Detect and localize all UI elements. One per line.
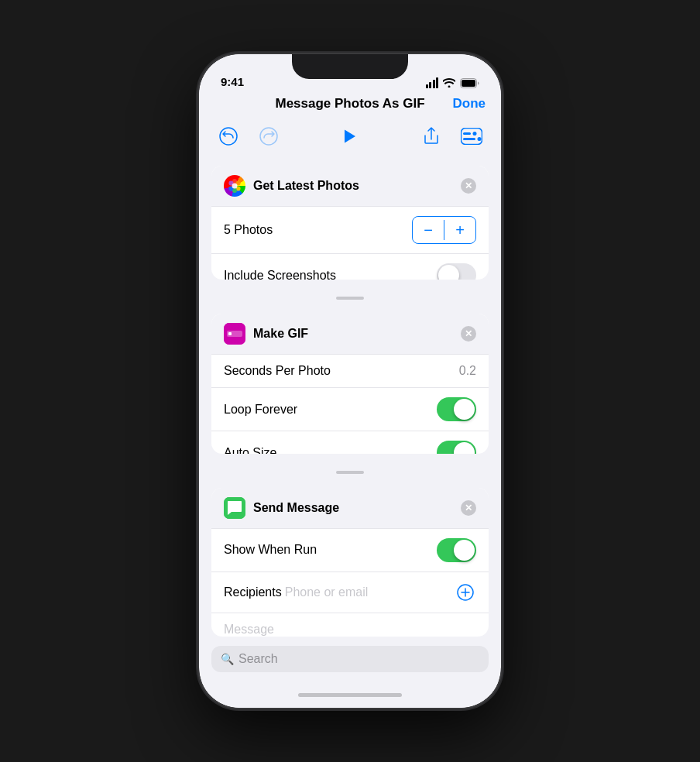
message-area[interactable]: Message (211, 613, 489, 637)
search-icon: 🔍 (221, 653, 234, 665)
send-message-close[interactable]: ✕ (461, 500, 476, 516)
send-message-header: Send Message ✕ (211, 488, 489, 528)
recipients-row[interactable]: Recipients Phone or email (211, 572, 489, 613)
section-handle-1 (211, 292, 489, 301)
svg-point-16 (232, 184, 238, 189)
stepper-minus[interactable]: − (413, 217, 444, 243)
show-when-run-toggle[interactable] (437, 538, 476, 562)
home-indicator (199, 681, 501, 708)
loop-forever-knob (454, 399, 475, 420)
auto-size-label: Auto Size (224, 446, 276, 454)
photos-stepper[interactable]: − + (412, 216, 476, 244)
auto-size-knob (454, 442, 475, 453)
search-bar[interactable]: 🔍 Search (211, 646, 489, 672)
photos-count-label: 5 Photos (224, 223, 273, 237)
make-gif-header: Make GIF ✕ (211, 314, 489, 354)
svg-rect-5 (463, 132, 471, 135)
loop-forever-row: Loop Forever (211, 387, 489, 431)
phone-frame: 9:41 (199, 54, 501, 708)
show-when-run-label: Show When Run (224, 543, 317, 557)
notch (292, 54, 408, 79)
nav-bar: Message Photos As GIF Done (199, 93, 501, 119)
get-latest-photos-header: Get Latest Photos ✕ (211, 166, 489, 206)
search-placeholder: Search (238, 652, 278, 666)
seconds-per-photo-row[interactable]: Seconds Per Photo 0.2 (211, 354, 489, 387)
svg-point-2 (220, 128, 237, 145)
loop-forever-label: Loop Forever (224, 403, 297, 417)
photos-count-row: 5 Photos − + (211, 206, 489, 253)
get-latest-photos-close[interactable]: ✕ (461, 178, 476, 194)
signal-icon (426, 77, 439, 88)
nav-title: Message Photos As GIF (253, 96, 447, 112)
run-button[interactable] (295, 129, 405, 144)
get-latest-photos-card: Get Latest Photos ✕ 5 Photos − + Include… (211, 166, 489, 280)
status-icons (426, 77, 480, 88)
wifi-icon (443, 78, 455, 88)
get-latest-photos-title: Get Latest Photos (253, 179, 453, 193)
undo-button[interactable] (214, 122, 242, 150)
auto-size-toggle[interactable] (437, 441, 476, 453)
make-gif-close[interactable]: ✕ (461, 326, 476, 342)
home-bar (298, 693, 402, 697)
svg-rect-1 (462, 80, 475, 87)
message-icon (224, 497, 245, 519)
settings-button[interactable] (458, 122, 486, 150)
send-message-title: Send Message (253, 501, 453, 515)
include-screenshots-row: Include Screenshots (211, 253, 489, 280)
redo-button[interactable] (255, 122, 283, 150)
toolbar (199, 119, 501, 160)
show-when-run-knob (454, 540, 475, 561)
main-content: Get Latest Photos ✕ 5 Photos − + Include… (199, 160, 501, 643)
svg-rect-4 (462, 129, 482, 145)
recipients-label: Recipients (224, 585, 282, 599)
seconds-per-photo-value: 0.2 (459, 364, 476, 378)
toggle-knob (438, 265, 459, 280)
section-handle-2 (211, 466, 489, 475)
svg-point-3 (260, 128, 277, 145)
svg-rect-19 (228, 332, 232, 335)
include-screenshots-label: Include Screenshots (224, 269, 336, 280)
stepper-plus[interactable]: + (444, 217, 475, 243)
message-placeholder: Message (224, 623, 274, 636)
svg-point-7 (473, 132, 477, 136)
status-time: 9:41 (221, 75, 244, 88)
add-recipient-button[interactable] (455, 582, 476, 603)
loop-forever-toggle[interactable] (437, 397, 476, 421)
battery-icon (460, 78, 479, 88)
svg-point-8 (478, 137, 482, 141)
phone-screen: 9:41 (199, 54, 501, 708)
auto-size-row: Auto Size (211, 431, 489, 453)
done-button[interactable]: Done (447, 96, 486, 112)
recipients-input[interactable]: Phone or email (285, 585, 455, 599)
photos-icon (224, 175, 245, 197)
svg-rect-6 (463, 138, 475, 140)
seconds-per-photo-label: Seconds Per Photo (224, 364, 331, 378)
gif-icon (224, 323, 245, 345)
make-gif-card: Make GIF ✕ Seconds Per Photo 0.2 Loop Fo… (211, 314, 489, 453)
send-message-card: Send Message ✕ Show When Run Recipients … (211, 488, 489, 637)
include-screenshots-toggle[interactable] (437, 263, 476, 280)
show-when-run-row: Show When Run (211, 528, 489, 572)
make-gif-title: Make GIF (253, 327, 453, 341)
share-button[interactable] (417, 122, 445, 150)
